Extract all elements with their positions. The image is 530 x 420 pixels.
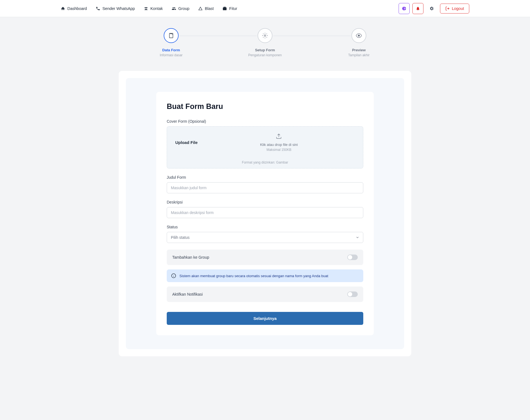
judul-input[interactable] [167, 182, 363, 193]
nav-fitur[interactable]: Fitur [222, 6, 237, 11]
nav-blast-label: Blast [205, 6, 214, 11]
chart-button[interactable] [399, 3, 410, 14]
step-preview[interactable]: Preview Tampilan akhir [334, 28, 384, 57]
svg-point-3 [264, 35, 266, 36]
nav-sender-whatsapp[interactable]: Sender WhatsApp [96, 6, 135, 11]
upload-max-text: Maksimal 150KB [203, 148, 355, 152]
status-select-wrapper: Pilih status [167, 232, 363, 243]
add-group-label: Tambahkan ke Group [172, 255, 209, 260]
nav-dashboard[interactable]: Dashboard [61, 6, 87, 11]
settings-button[interactable] [426, 3, 437, 14]
info-icon [171, 273, 176, 278]
main-container: Data Form Informasi dasar Setup Form Pen… [113, 17, 417, 367]
svg-point-1 [144, 7, 145, 8]
logout-button[interactable]: Logout [440, 4, 469, 14]
deskripsi-input[interactable] [167, 207, 363, 218]
step-circle-3 [351, 28, 366, 43]
nav-kontak-label: Kontak [150, 6, 163, 11]
form-card: Buat Form Baru Cover Form (Opsional) Upl… [156, 92, 374, 335]
cover-form-group: Cover Form (Opsional) Upload File Klik a… [167, 119, 363, 168]
cover-label: Cover Form (Opsional) [167, 119, 363, 124]
upload-center: Klik atau drop file di sini Maksimal 150… [203, 133, 355, 152]
navbar: Dashboard Sender WhatsApp Kontak Group B… [0, 0, 530, 17]
step-data-form[interactable]: Data Form Informasi dasar [146, 28, 196, 57]
nav-kontak[interactable]: Kontak [144, 6, 163, 11]
status-select[interactable]: Pilih status [167, 232, 363, 243]
toggle-knob [348, 255, 352, 260]
step-subtitle-2: Pengaturan komponen [248, 53, 282, 57]
nav-group[interactable]: Group [172, 6, 189, 11]
logout-icon [445, 6, 450, 11]
deskripsi-label: Deskripsi [167, 200, 363, 204]
nav-blast[interactable]: Blast [198, 6, 214, 11]
toggle-knob [348, 292, 352, 296]
upload-format-text: Format yang diizinkan: Gambar [175, 160, 355, 164]
upload-row: Upload File Klik atau drop file di sini … [175, 133, 355, 152]
nav-sender-label: Sender WhatsApp [102, 6, 135, 11]
cog-icon [262, 33, 268, 39]
judul-form-group: Judul Form [167, 175, 363, 193]
submit-button[interactable]: Selanjutnya [167, 312, 363, 325]
upload-icon [276, 133, 282, 139]
status-form-group: Status Pilih status [167, 225, 363, 243]
notifications-button[interactable] [412, 3, 423, 14]
deskripsi-form-group: Deskripsi [167, 200, 363, 218]
phone-icon [96, 6, 100, 11]
step-circle-2 [258, 28, 272, 43]
nav-left: Dashboard Sender WhatsApp Kontak Group B… [61, 6, 237, 11]
gear-icon [430, 6, 434, 11]
logout-label: Logout [452, 6, 464, 11]
info-alert: Sistem akan membuat group baru secara ot… [167, 269, 363, 282]
notif-card: Aktifkan Notifikasi [167, 287, 363, 302]
bell-icon [416, 6, 420, 11]
add-group-card: Tambahkan ke Group [167, 250, 363, 265]
nav-dashboard-label: Dashboard [67, 6, 87, 11]
upload-click-text: Klik atau drop file di sini [203, 143, 355, 147]
home-icon [61, 6, 65, 11]
upload-zone[interactable]: Upload File Klik atau drop file di sini … [167, 126, 363, 168]
judul-label: Judul Form [167, 175, 363, 180]
clipboard-icon [168, 33, 174, 39]
step-circle-1 [164, 28, 179, 43]
stepper: Data Form Informasi dasar Setup Form Pen… [146, 28, 384, 57]
contacts-icon [144, 6, 148, 11]
eye-icon [356, 33, 362, 39]
nav-right: Logout [399, 3, 469, 14]
step-title-1: Data Form [162, 48, 180, 52]
nav-group-label: Group [178, 6, 189, 11]
step-subtitle-1: Informasi dasar [160, 53, 183, 57]
alert-text: Sistem akan membuat group baru secara ot… [179, 274, 328, 278]
gift-icon [222, 6, 227, 11]
add-group-toggle[interactable] [347, 255, 358, 260]
svg-point-4 [358, 35, 360, 36]
card-outer: Buat Form Baru Cover Form (Opsional) Upl… [119, 71, 411, 356]
step-title-3: Preview [352, 48, 365, 52]
step-subtitle-3: Tampilan akhir [348, 53, 369, 57]
form-title: Buat Form Baru [167, 102, 363, 111]
card-inner: Buat Form Baru Cover Form (Opsional) Upl… [126, 78, 404, 349]
svg-point-0 [147, 7, 148, 8]
group-icon [172, 6, 176, 11]
step-setup-form[interactable]: Setup Form Pengaturan komponen [240, 28, 290, 57]
step-title-2: Setup Form [255, 48, 275, 52]
blast-icon [198, 6, 203, 11]
pie-chart-icon [402, 6, 406, 11]
status-label: Status [167, 225, 363, 229]
notif-toggle[interactable] [347, 291, 358, 297]
upload-file-label: Upload File [175, 140, 198, 145]
nav-fitur-label: Fitur [229, 6, 237, 11]
notif-label: Aktifkan Notifikasi [172, 292, 203, 296]
